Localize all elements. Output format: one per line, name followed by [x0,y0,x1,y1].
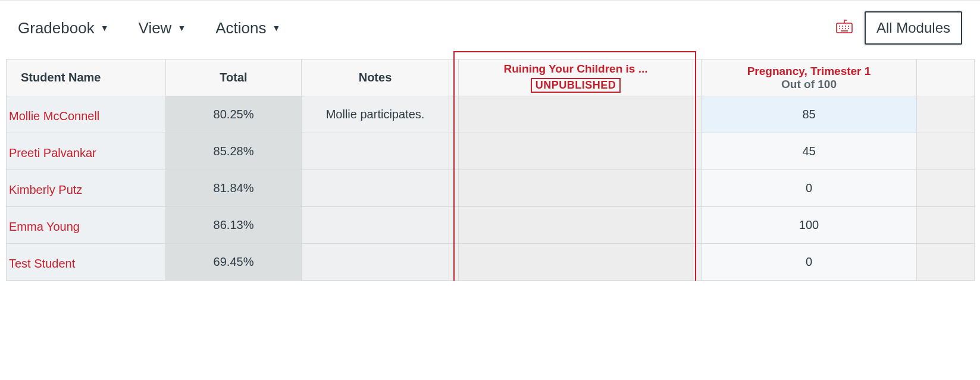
all-modules-label: All Modules [876,20,950,36]
column-gap [917,244,975,281]
actions-dropdown[interactable]: Actions ▼ [215,19,280,37]
view-dropdown[interactable]: View ▼ [139,19,186,37]
gradebook-table: Student Name Total Notes Ruining Your Ch… [6,59,975,281]
table-row: Mollie McConnell80.25%Mollie participate… [7,96,975,133]
header-assignment-pregnancy-t1[interactable]: Pregnancy, Trimester 1 Out of 100 [702,59,917,96]
column-gap [449,207,459,244]
column-gap [449,96,459,133]
total-cell[interactable]: 85.28% [166,133,302,170]
column-gap [449,244,459,281]
column-gap [917,207,975,244]
grade-cell[interactable]: 45 [702,133,917,170]
column-gap [917,170,975,207]
grade-cell-unpublished[interactable] [459,244,693,281]
all-modules-filter[interactable]: All Modules [865,11,962,45]
grade-cell[interactable]: 100 [702,207,917,244]
student-name-cell[interactable]: Test Student [7,244,166,281]
header-notes[interactable]: Notes [302,59,449,96]
column-gap [693,170,702,207]
column-gap [693,244,702,281]
grade-cell-unpublished[interactable] [459,96,693,133]
column-gap [917,59,975,96]
assignment-subtitle: Out of 100 [702,78,916,91]
notes-cell[interactable] [302,133,449,170]
caret-down-icon: ▼ [101,23,109,33]
column-gap [693,133,702,170]
unpublished-badge: UNPUBLISHED [531,78,621,93]
header-total[interactable]: Total [166,59,302,96]
gradebook-label: Gradebook [18,19,95,37]
notes-cell[interactable] [302,207,449,244]
table-row: Preeti Palvankar85.28%45 [7,133,975,170]
column-gap [449,59,459,96]
column-gap [693,207,702,244]
student-name-cell[interactable]: Kimberly Putz [7,170,166,207]
grade-cell-unpublished[interactable] [459,133,693,170]
assignment-title: Ruining Your Children is ... [459,62,693,76]
column-gap [449,170,459,207]
header-student-name[interactable]: Student Name [7,59,166,96]
column-gap [693,59,702,96]
grade-cell[interactable]: 85 [702,96,917,133]
gradebook-dropdown[interactable]: Gradebook ▼ [18,19,109,37]
student-name-cell[interactable]: Emma Young [7,207,166,244]
table-row: Kimberly Putz81.84%0 [7,170,975,207]
notes-cell[interactable]: Mollie participates. [302,96,449,133]
keyboard-shortcuts-icon[interactable] [836,19,853,37]
view-label: View [139,19,172,37]
grade-cell[interactable]: 0 [702,170,917,207]
actions-label: Actions [215,19,266,37]
table-row: Test Student69.45%0 [7,244,975,281]
total-cell[interactable]: 69.45% [166,244,302,281]
column-gap [917,133,975,170]
grade-cell-unpublished[interactable] [459,207,693,244]
total-cell[interactable]: 81.84% [166,170,302,207]
total-cell[interactable]: 80.25% [166,96,302,133]
student-name-cell[interactable]: Preeti Palvankar [7,133,166,170]
column-gap [693,96,702,133]
column-gap [449,133,459,170]
column-gap [917,96,975,133]
notes-cell[interactable] [302,244,449,281]
caret-down-icon: ▼ [177,23,186,33]
caret-down-icon: ▼ [273,23,281,33]
total-cell[interactable]: 86.13% [166,207,302,244]
grade-cell-unpublished[interactable] [459,170,693,207]
header-assignment-unpublished[interactable]: Ruining Your Children is ... UNPUBLISHED [459,59,693,96]
gradebook-toolbar: Gradebook ▼ View ▼ Actions ▼ [0,1,980,55]
assignment-title: Pregnancy, Trimester 1 [702,65,916,78]
table-row: Emma Young86.13%100 [7,207,975,244]
grade-cell[interactable]: 0 [702,244,917,281]
notes-cell[interactable] [302,170,449,207]
student-name-cell[interactable]: Mollie McConnell [7,96,166,133]
